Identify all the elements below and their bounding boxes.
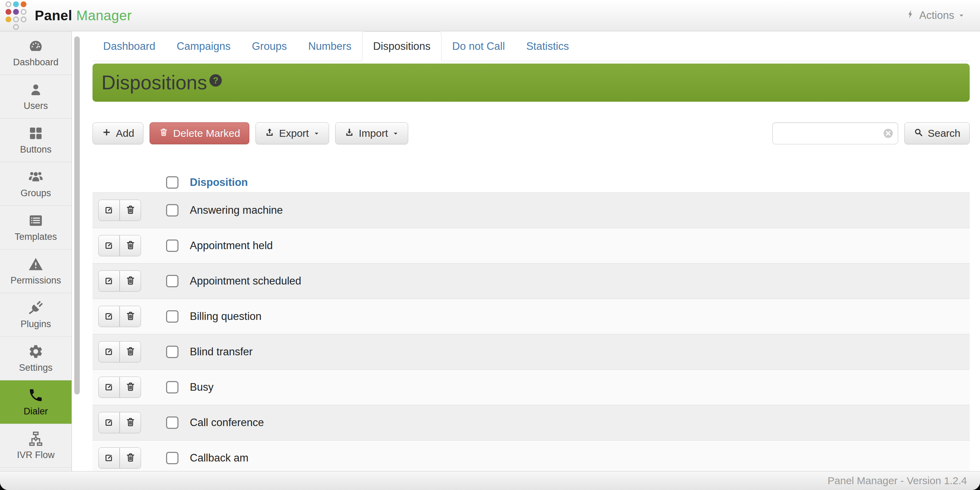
templates-icon bbox=[28, 213, 44, 228]
row-checkbox[interactable] bbox=[166, 417, 178, 429]
row-action-buttons bbox=[99, 200, 141, 221]
delete-button[interactable] bbox=[120, 377, 141, 398]
logo-dot bbox=[5, 9, 11, 15]
trash-icon bbox=[125, 452, 136, 464]
search-button[interactable]: Search bbox=[904, 122, 970, 144]
caret-down-icon bbox=[958, 9, 965, 22]
scrollbar-thumb[interactable] bbox=[74, 36, 80, 395]
sidebar-item-plugins[interactable]: Plugins bbox=[0, 293, 72, 337]
edit-icon bbox=[104, 452, 115, 464]
tab-groups[interactable]: Groups bbox=[241, 31, 298, 61]
row-checkbox[interactable] bbox=[166, 381, 178, 393]
search-field-wrap bbox=[772, 122, 898, 144]
tab-do-not-call[interactable]: Do not Call bbox=[442, 31, 515, 61]
delete-button[interactable] bbox=[120, 341, 141, 363]
edit-button[interactable] bbox=[99, 200, 120, 221]
logo-dot bbox=[5, 16, 11, 22]
export-button[interactable]: Export bbox=[256, 122, 329, 144]
tab-statistics[interactable]: Statistics bbox=[515, 31, 579, 61]
table-row: Answering machine bbox=[92, 192, 970, 228]
app-window: Panel Manager Actions Dashboard Users Bu… bbox=[0, 0, 980, 490]
delete-button[interactable] bbox=[120, 306, 141, 327]
edit-button[interactable] bbox=[99, 412, 120, 433]
actions-menu-button[interactable]: Actions bbox=[906, 9, 965, 22]
edit-button[interactable] bbox=[99, 341, 120, 363]
delete-marked-button[interactable]: Delete Marked bbox=[150, 122, 249, 144]
logo-dot bbox=[13, 2, 19, 7]
edit-button[interactable] bbox=[99, 377, 120, 398]
sidebar-item-label: IVR Flow bbox=[17, 450, 55, 460]
delete-button[interactable] bbox=[120, 235, 141, 256]
edit-button[interactable] bbox=[99, 235, 120, 256]
row-checkbox[interactable] bbox=[166, 346, 178, 358]
trash-icon bbox=[125, 240, 136, 252]
trash-icon bbox=[125, 275, 136, 287]
page-header: Dispositions ? bbox=[92, 63, 970, 102]
table-row: Billing question bbox=[92, 299, 970, 334]
sidebar-item-settings[interactable]: Settings bbox=[0, 337, 72, 381]
row-disposition-label: Answering machine bbox=[190, 204, 283, 216]
buttons-grid-icon bbox=[28, 125, 44, 141]
sidebar-item-buttons[interactable]: Buttons bbox=[0, 119, 72, 162]
phone-icon bbox=[28, 387, 44, 403]
row-checkbox[interactable] bbox=[166, 452, 178, 464]
logo-dot bbox=[13, 16, 19, 22]
edit-button[interactable] bbox=[99, 270, 120, 292]
tab-dispositions[interactable]: Dispositions bbox=[362, 31, 442, 61]
sidebar-item-label: Dialer bbox=[24, 406, 48, 417]
plus-icon bbox=[102, 127, 111, 140]
row-action-buttons bbox=[99, 447, 141, 469]
row-disposition-label: Billing question bbox=[190, 310, 262, 323]
row-disposition-label: Blind transfer bbox=[190, 346, 253, 358]
delete-button[interactable] bbox=[120, 200, 141, 221]
row-checkbox[interactable] bbox=[166, 310, 178, 323]
table-header-row: Disposition bbox=[92, 173, 970, 192]
sidebar-item-ivr-flow[interactable]: IVR Flow bbox=[0, 424, 72, 468]
sidebar-item-templates[interactable]: Templates bbox=[0, 206, 72, 249]
app-title-primary: Panel bbox=[35, 8, 72, 23]
help-icon[interactable]: ? bbox=[209, 74, 222, 87]
edit-button[interactable] bbox=[99, 447, 120, 469]
delete-button[interactable] bbox=[120, 412, 141, 433]
bolt-icon bbox=[906, 9, 915, 22]
app-title-secondary: Manager bbox=[76, 8, 132, 23]
clear-search-icon[interactable] bbox=[883, 128, 894, 139]
flow-icon bbox=[28, 431, 44, 447]
page-title: Dispositions ? bbox=[102, 73, 222, 92]
trash-icon bbox=[125, 346, 136, 358]
scrollbar-track[interactable] bbox=[72, 31, 92, 471]
edit-icon bbox=[104, 311, 115, 322]
dashboard-icon bbox=[28, 38, 44, 54]
sidebar-item-users[interactable]: Users bbox=[0, 75, 72, 119]
edit-button[interactable] bbox=[99, 306, 120, 327]
trash-icon bbox=[159, 127, 169, 140]
sidebar-item-dialer[interactable]: Dialer bbox=[0, 381, 72, 424]
search-input[interactable] bbox=[772, 122, 898, 144]
select-all-checkbox[interactable] bbox=[166, 176, 178, 189]
delete-button[interactable] bbox=[120, 270, 141, 292]
row-checkbox[interactable] bbox=[166, 239, 178, 252]
version-text: Panel Manager - Version 1.2.4 bbox=[828, 475, 967, 487]
logo-dot bbox=[21, 2, 27, 7]
tab-dashboard[interactable]: Dashboard bbox=[92, 31, 166, 61]
delete-button[interactable] bbox=[120, 447, 141, 469]
caret-down-icon bbox=[392, 127, 399, 139]
column-header-disposition[interactable]: Disposition bbox=[190, 176, 248, 189]
table-row: Appointment scheduled bbox=[92, 263, 970, 299]
toolbar: Add Delete Marked Export Import bbox=[92, 122, 970, 144]
sidebar-item-groups[interactable]: Groups bbox=[0, 162, 72, 206]
logo-dot bbox=[5, 2, 11, 7]
app-logo-icon bbox=[5, 2, 27, 30]
add-button[interactable]: Add bbox=[92, 122, 143, 144]
edit-icon bbox=[104, 417, 115, 428]
tab-numbers[interactable]: Numbers bbox=[298, 31, 362, 61]
logo-dot bbox=[13, 9, 19, 15]
row-checkbox[interactable] bbox=[166, 204, 178, 216]
sidebar-item-dashboard[interactable]: Dashboard bbox=[0, 31, 72, 75]
topbar: Panel Manager Actions bbox=[0, 0, 980, 31]
tab-campaigns[interactable]: Campaigns bbox=[166, 31, 242, 61]
sidebar-item-permissions[interactable]: Permissions bbox=[0, 249, 72, 293]
import-button[interactable]: Import bbox=[335, 122, 408, 144]
row-checkbox[interactable] bbox=[166, 275, 178, 287]
sidebar-item-label: Settings bbox=[19, 363, 52, 373]
